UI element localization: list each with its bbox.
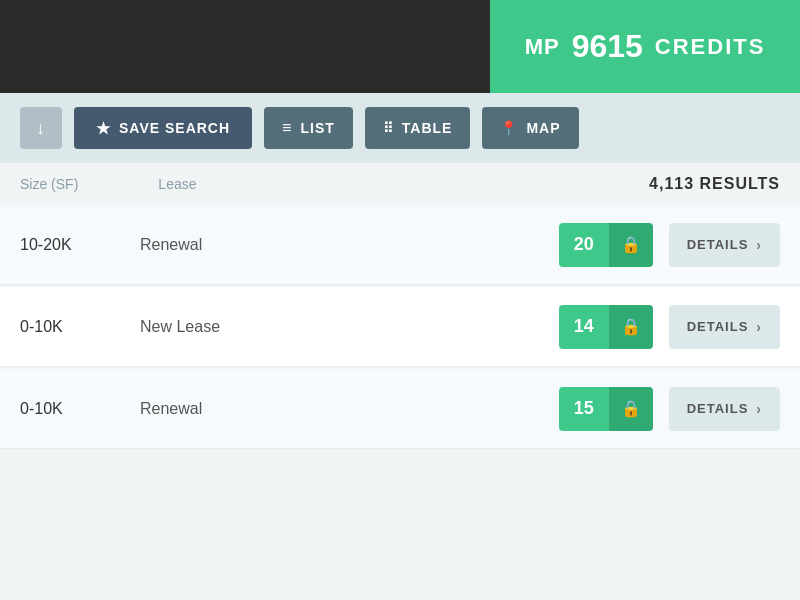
credits-number: 9615 [572,28,643,65]
results-count: 4,113 RESULTS [649,175,780,193]
map-label: MAP [526,120,560,136]
column-lease: Lease [158,176,196,192]
details-button[interactable]: DETAILS › [669,387,780,431]
save-search-label: SAVE SEARCH [119,120,230,136]
chevron-right-icon: › [756,319,762,335]
lock-icon: 🔒 [609,387,653,431]
map-button[interactable]: 📍 MAP [482,107,578,149]
details-button[interactable]: DETAILS › [669,305,780,349]
pin-icon: 📍 [500,120,518,136]
list-item: 0-10K New Lease 14 🔒 DETAILS › [0,287,800,367]
count-group: 14 🔒 [559,305,653,349]
header-credits-area: MP 9615 CREDITS [490,0,800,93]
row-lease: New Lease [140,318,559,336]
row-lease: Renewal [140,236,559,254]
lock-icon: 🔒 [609,305,653,349]
header: MP 9615 CREDITS [0,0,800,93]
save-search-button[interactable]: ★ SAVE SEARCH [74,107,252,149]
list-container: 10-20K Renewal 20 🔒 DETAILS › 0-10K New … [0,205,800,449]
count-group: 15 🔒 [559,387,653,431]
row-size: 0-10K [20,400,140,418]
credits-label: CREDITS [655,34,766,60]
list-item: 10-20K Renewal 20 🔒 DETAILS › [0,205,800,285]
chevron-right-icon: › [756,237,762,253]
row-size: 0-10K [20,318,140,336]
column-size: Size (SF) [20,176,78,192]
table-button[interactable]: ⠿ TABLE [365,107,471,149]
list-icon: ≡ [282,119,292,137]
user-initials: MP [525,34,560,60]
list-button[interactable]: ≡ LIST [264,107,353,149]
toolbar: ↓ ★ SAVE SEARCH ≡ LIST ⠿ TABLE 📍 MAP [0,93,800,163]
header-logo-area [0,0,490,93]
count-number: 14 [559,305,609,349]
details-label: DETAILS [687,401,749,416]
results-bar: Size (SF) Lease 4,113 RESULTS [0,163,800,205]
row-lease: Renewal [140,400,559,418]
count-number: 15 [559,387,609,431]
download-button[interactable]: ↓ [20,107,62,149]
star-icon: ★ [96,119,111,138]
list-label: LIST [300,120,334,136]
list-item: 0-10K Renewal 15 🔒 DETAILS › [0,369,800,449]
grid-icon: ⠿ [383,120,394,136]
download-icon: ↓ [36,118,46,139]
details-button[interactable]: DETAILS › [669,223,780,267]
row-size: 10-20K [20,236,140,254]
details-label: DETAILS [687,237,749,252]
count-number: 20 [559,223,609,267]
column-headers: Size (SF) Lease [20,176,197,192]
count-group: 20 🔒 [559,223,653,267]
chevron-right-icon: › [756,401,762,417]
details-label: DETAILS [687,319,749,334]
table-label: TABLE [402,120,453,136]
lock-icon: 🔒 [609,223,653,267]
